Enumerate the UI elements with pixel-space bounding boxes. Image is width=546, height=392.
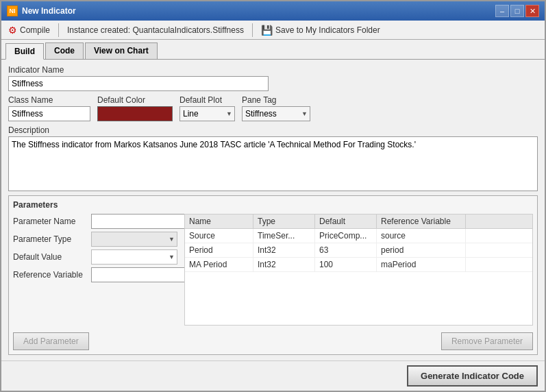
default-plot-label: Default Plot [179, 95, 235, 105]
param-default-wrapper: ▼ [91, 249, 177, 265]
param-table: Name Type Default Reference Variable Sou… [184, 214, 533, 326]
compile-button[interactable]: ⚙ Compile [5, 23, 53, 37]
window-icon: NI [7, 5, 18, 16]
main-window: NI New Indicator – □ ✕ ⚙ Compile Instanc… [0, 0, 546, 392]
window-title: New Indicator [22, 6, 76, 16]
default-plot-group: Default Plot Line Histogram Dots ▼ [179, 95, 235, 121]
param-table-header: Name Type Default Reference Variable [185, 215, 532, 229]
toolbar-separator [58, 23, 59, 37]
row0-ref: source [377, 229, 466, 243]
tab-build[interactable]: Build [5, 43, 44, 60]
description-label: Description [8, 125, 538, 135]
param-form: Parameter Name Parameter Type ▼ [13, 214, 177, 326]
tabs-bar: Build Code View on Chart [1, 40, 545, 59]
instance-text: Instance created: QuantaculaIndicators.S… [67, 25, 244, 35]
row0-name: Source [185, 229, 253, 243]
row2-name: MA Period [185, 258, 253, 271]
param-ref-row: Reference Variable [13, 267, 177, 282]
save-icon: 💾 [261, 25, 273, 36]
parameters-title: Parameters [13, 200, 533, 210]
param-type-select[interactable] [91, 232, 177, 247]
param-default-row: Default Value ▼ [13, 249, 177, 265]
close-button[interactable]: ✕ [525, 5, 539, 17]
param-name-row: Parameter Name [13, 214, 177, 229]
pane-tag-wrapper: Stiffness ▼ [242, 106, 310, 121]
param-name-label: Parameter Name [13, 217, 88, 226]
compile-icon: ⚙ [8, 25, 17, 36]
param-buttons: Add Parameter Remove Parameter [13, 332, 533, 350]
description-textarea[interactable]: The Stiffness indicator from Markos Kats… [8, 136, 538, 191]
class-name-label: Class Name [8, 95, 90, 105]
row0-type: TimeSer... [253, 229, 315, 243]
default-color-label: Default Color [97, 95, 173, 105]
param-table-area: Name Type Default Reference Variable Sou… [184, 214, 533, 326]
pane-tag-select[interactable]: Stiffness [242, 106, 310, 121]
col-ref: Reference Variable [377, 215, 466, 228]
tab-code[interactable]: Code [45, 42, 84, 59]
row1-name: Period [185, 243, 253, 257]
param-type-wrapper: ▼ [91, 232, 177, 247]
toolbar: ⚙ Compile Instance created: QuantaculaIn… [1, 21, 545, 40]
col-default: Default [315, 215, 377, 228]
default-plot-wrapper: Line Histogram Dots ▼ [179, 106, 235, 121]
table-row[interactable]: MA Period Int32 100 maPeriod [185, 258, 532, 272]
row1-ref: period [377, 243, 466, 257]
compile-label: Compile [20, 25, 50, 35]
default-color-picker[interactable] [97, 106, 173, 121]
instance-info: Instance created: QuantaculaIndicators.S… [64, 24, 247, 36]
param-type-label: Parameter Type [13, 234, 88, 244]
bottom-bar: Generate Indicator Code [1, 360, 545, 391]
table-row[interactable]: Period Int32 63 period [185, 243, 532, 258]
parameters-section: Parameters Parameter Name Parameter Type [8, 195, 538, 355]
col-name: Name [185, 215, 253, 228]
row2-default: 100 [315, 258, 377, 271]
title-controls: – □ ✕ [495, 5, 539, 17]
remove-parameter-button[interactable]: Remove Parameter [441, 332, 533, 350]
save-button[interactable]: 💾 Save to My Indicators Folder [258, 23, 383, 37]
maximize-button[interactable]: □ [510, 5, 524, 17]
description-group: Description The Stiffness indicator from… [8, 125, 538, 191]
pane-tag-group: Pane Tag Stiffness ▼ [242, 95, 310, 121]
properties-row: Class Name Default Color Default Plot Li… [8, 95, 538, 121]
class-name-input[interactable] [8, 106, 90, 121]
table-row[interactable]: Source TimeSer... PriceComp... source [185, 229, 532, 243]
main-content: Indicator Name Class Name Default Color … [1, 60, 545, 360]
row0-default: PriceComp... [315, 229, 377, 243]
row2-ref: maPeriod [377, 258, 466, 271]
param-default-label: Default Value [13, 252, 88, 262]
title-bar-left: NI New Indicator [7, 5, 76, 16]
row2-type: Int32 [253, 258, 315, 271]
row1-type: Int32 [253, 243, 315, 257]
tab-viewchart[interactable]: View on Chart [85, 42, 158, 59]
add-parameter-button[interactable]: Add Parameter [13, 332, 89, 350]
col-type: Type [253, 215, 315, 228]
toolbar-separator-2 [252, 23, 253, 37]
parameters-body: Parameter Name Parameter Type ▼ [13, 214, 533, 326]
param-ref-label: Reference Variable [13, 270, 88, 280]
default-plot-select[interactable]: Line Histogram Dots [179, 106, 235, 121]
indicator-name-label: Indicator Name [8, 65, 538, 75]
param-default-select[interactable] [91, 249, 177, 265]
class-name-group: Class Name [8, 95, 90, 121]
pane-tag-label: Pane Tag [242, 95, 310, 105]
indicator-name-group: Indicator Name [8, 65, 538, 91]
indicator-name-input[interactable] [8, 76, 269, 91]
generate-indicator-button[interactable]: Generate Indicator Code [407, 365, 538, 387]
minimize-button[interactable]: – [495, 5, 509, 17]
title-bar: NI New Indicator – □ ✕ [1, 1, 545, 21]
default-color-group: Default Color [97, 95, 173, 121]
param-type-row: Parameter Type ▼ [13, 232, 177, 247]
row1-default: 63 [315, 243, 377, 257]
save-label: Save to My Indicators Folder [275, 25, 380, 35]
